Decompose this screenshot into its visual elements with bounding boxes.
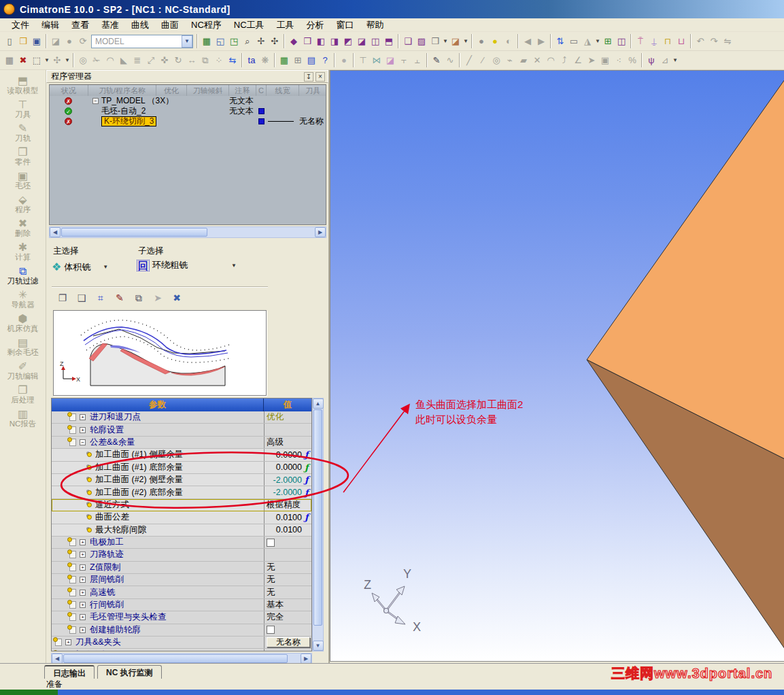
mesh-net-icon[interactable]: ❋ [258,54,272,67]
param-row-刀路轨迹[interactable]: +刀路轨迹 [52,549,311,561]
percent-point-icon[interactable]: % [626,54,639,67]
light-off-icon[interactable]: ● [475,35,488,48]
function-icon[interactable]: ƒ [305,462,309,473]
collapse-icon[interactable]: − [80,439,86,445]
sketcher-icon[interactable]: ✎ [430,54,443,67]
status-dot-icon[interactable]: ● [337,54,351,67]
magnifier-icon[interactable]: ⌕ [241,35,254,48]
tool-holder-1-icon[interactable]: ⊤ [356,54,370,67]
sub-select-combo[interactable]: 回 环绕粗铣 ▼ [137,259,237,271]
pick-star-caret-icon[interactable]: ▼ [64,54,71,67]
export-params-icon[interactable]: ⧉ [132,291,146,305]
expand-icon[interactable]: + [65,639,71,645]
circle-icon[interactable]: ◎ [490,54,503,67]
mill-tool-2-icon[interactable]: ⍊ [647,35,661,48]
extend-icon[interactable]: ✁ [90,54,103,67]
ucs-table-icon[interactable]: ◫ [615,35,628,48]
view-top-icon[interactable]: ◧ [314,35,328,48]
undo-view-icon[interactable]: ↶ [694,35,707,48]
param-row-毛坯管理与夹头检查[interactable]: +毛坯管理与夹头检查完全 [52,611,311,624]
add-stock-icon[interactable]: ⊞ [601,35,615,48]
datum-plane-caret-icon[interactable]: ▼ [672,54,679,67]
function-icon[interactable]: ƒ [305,512,309,522]
param-row-行间铣削[interactable]: +行间铣削基本 [52,599,311,611]
param-row-创建辅助轮廓[interactable]: +创建辅助轮廓 [52,624,311,637]
sidebar-item-刀轨过滤[interactable]: ⧉刀轨过滤 [1,264,46,288]
param-value[interactable]: 0.0000 [267,462,302,472]
paste-params-icon[interactable]: ❑ [75,291,88,305]
param-row-层间铣削[interactable]: +层间铣削无 [52,574,311,586]
combo-dropdown-icon[interactable]: ▼ [182,35,192,48]
nc-report-table-icon[interactable]: ▦ [277,54,291,67]
view-front-icon[interactable]: ❒ [301,35,314,48]
menu-item-工具[interactable]: 工具 [271,18,301,32]
pick-star-icon[interactable]: ✣ [50,54,64,67]
param-row-加工曲面 (#2) 底部余量[interactable]: 加工曲面 (#2) 底部余量-2.0000ƒ [52,486,311,498]
toolpath-name[interactable]: K-环绕切削_3 [101,116,156,126]
hscroll-thumb[interactable] [63,654,288,663]
param-row-电极加工[interactable]: +电极加工 [52,537,311,549]
function-icon[interactable]: ƒ [305,488,309,498]
chevron-down-icon[interactable]: ▼ [231,262,237,269]
stamp-icon[interactable]: ◮ [581,35,594,48]
text-attribute-icon[interactable]: ta [245,54,258,67]
mill-tool-3-icon[interactable]: ⊓ [661,35,675,48]
view-right-icon[interactable]: ◨ [328,35,341,48]
measure-icon[interactable]: ▭ [567,35,581,48]
display-mode-caret-icon[interactable]: ▼ [442,35,449,48]
fillet-icon[interactable]: ◠ [103,54,117,67]
menu-item-NC工具[interactable]: NC工具 [228,18,271,32]
pattern-icon[interactable]: ⁘ [212,54,226,67]
expand-icon[interactable]: + [80,590,86,596]
chamfer-icon[interactable]: ◣ [117,54,131,67]
menu-item-文件[interactable]: 文件 [5,18,35,32]
section-caret-icon[interactable]: ▼ [462,35,469,48]
vscroll-thumb[interactable] [313,409,322,626]
pin-icon[interactable]: ↧ [304,72,313,82]
sidebar-item-程序[interactable]: ⬙程序 [1,192,46,216]
menu-item-窗口[interactable]: 窗口 [330,18,360,32]
menu-item-曲面[interactable]: 曲面 [155,18,185,32]
expand-icon[interactable]: + [80,602,86,608]
scroll-up-icon[interactable]: ▲ [313,399,324,409]
apply-params-icon[interactable]: ➤ [151,291,165,305]
program-manager-header[interactable]: 程序管理器 ↧ × [46,70,328,83]
tool-holder-3-icon[interactable]: ◪ [384,54,397,67]
fit-view-icon[interactable]: ▦ [200,35,214,48]
wireframe-mode-icon[interactable]: ❒ [428,35,442,48]
sidebar-item-后处理[interactable]: ❐后处理 [1,383,46,407]
mill-tool-1-icon[interactable]: ⍑ [634,35,647,48]
tool-holder-4-icon[interactable]: ⫟ [397,54,411,67]
view-iso2-icon[interactable]: ⬒ [382,35,396,48]
expand-icon[interactable]: + [80,627,86,633]
shaded-sphere-icon[interactable]: ● [63,35,76,48]
edit-params-icon[interactable]: ✎ [113,291,126,305]
segment-icon[interactable]: ∕ [476,54,490,67]
mill-tool-4-icon[interactable]: ⊔ [675,35,688,48]
new-file-icon[interactable]: ▯ [3,35,16,48]
angle-icon[interactable]: ∠ [571,54,585,67]
param-row-曲面公差[interactable]: 曲面公差0.0100ƒ [52,511,311,524]
sidebar-item-刀具[interactable]: ⊤刀具 [1,97,46,121]
expand-icon[interactable]: + [80,577,86,583]
param-row-刀具&&夹头[interactable]: +刀具&&夹头无名称 [52,637,311,649]
param-value[interactable]: -2.0000 [267,488,302,497]
open-folder-icon[interactable]: ❒ [16,35,30,48]
expand-icon[interactable]: + [80,614,86,620]
param-value[interactable]: 0.0100 [267,513,302,522]
param-checkbox[interactable] [267,539,275,547]
sidebar-item-机床仿真[interactable]: ⬢机床仿真 [1,311,46,335]
save-icon[interactable]: ▣ [30,35,44,48]
swap-direction-icon[interactable]: ⇆ [226,54,239,67]
line-icon[interactable]: ╱ [462,54,476,67]
tool-holder-5-icon[interactable]: ⫠ [411,54,424,67]
scroll-right-icon[interactable]: ▶ [301,654,311,664]
param-value[interactable]: 无 [267,574,275,586]
expand-icon[interactable]: + [80,414,86,420]
view-previous-icon[interactable]: ◀ [521,35,534,48]
dynamic-rotate-icon[interactable]: ✣ [268,35,282,48]
intersect-icon[interactable]: ✕ [530,54,544,67]
scale-icon[interactable]: ⤢ [144,54,158,67]
delete-cursor-icon[interactable]: ✖ [16,54,30,67]
param-value[interactable]: 0.0000 [267,450,302,460]
